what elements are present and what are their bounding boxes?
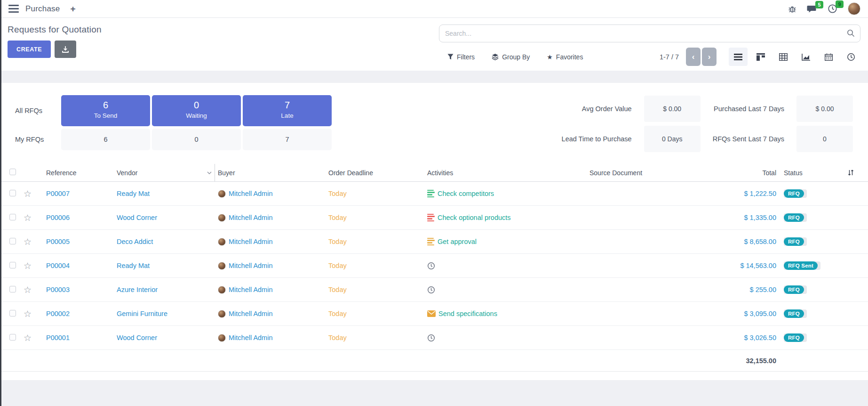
- create-button[interactable]: CREATE: [8, 41, 51, 58]
- purchased-last-7-days-label: Purchased Last 7 Days: [713, 105, 784, 113]
- tasks-icon: [427, 190, 435, 197]
- buyer-link[interactable]: Mitchell Admin: [229, 334, 272, 341]
- view-pivot-button[interactable]: [774, 48, 793, 66]
- schedule-activity-clock-icon[interactable]: [427, 262, 435, 270]
- reference-link[interactable]: P00001: [43, 334, 114, 341]
- row-total: $ 8,658.00: [708, 238, 781, 245]
- column-status[interactable]: Status: [781, 169, 844, 177]
- schedule-activity-clock-icon[interactable]: [427, 334, 435, 342]
- row-checkbox[interactable]: [9, 262, 16, 268]
- column-source-document[interactable]: Source Document: [587, 169, 708, 177]
- star-icon[interactable]: ☆: [24, 309, 32, 319]
- reference-link[interactable]: P00006: [43, 214, 114, 221]
- select-all-checkbox[interactable]: [9, 169, 16, 175]
- view-calendar-button[interactable]: [819, 48, 838, 66]
- envelope-icon: [427, 310, 436, 317]
- avg-order-value[interactable]: $ 0.00: [644, 96, 701, 122]
- buyer-link[interactable]: Mitchell Admin: [229, 214, 272, 221]
- all-rfqs-label: All RFQs: [0, 107, 61, 114]
- apps-menu-icon[interactable]: [8, 5, 19, 13]
- activity-link[interactable]: Get approval: [438, 238, 477, 245]
- tile-waiting[interactable]: 0 Waiting: [152, 95, 241, 126]
- row-checkbox[interactable]: [9, 238, 16, 244]
- buyer-link[interactable]: Mitchell Admin: [229, 190, 272, 197]
- view-kanban-button[interactable]: [751, 48, 770, 66]
- buyer-link[interactable]: Mitchell Admin: [229, 238, 272, 245]
- star-icon[interactable]: ☆: [24, 237, 32, 247]
- messages-icon[interactable]: 5: [807, 4, 817, 14]
- vendor-link[interactable]: Ready Mat: [114, 262, 215, 269]
- reference-link[interactable]: P00003: [43, 286, 114, 293]
- export-download-button[interactable]: [55, 41, 76, 58]
- buyer-link[interactable]: Mitchell Admin: [229, 310, 272, 317]
- reference-link[interactable]: P00007: [43, 190, 114, 197]
- view-list-button[interactable]: [729, 48, 748, 66]
- my-to-send-tile[interactable]: 6: [61, 129, 150, 150]
- my-late-tile[interactable]: 7: [243, 129, 332, 150]
- table-row[interactable]: ☆ P00003 Azure Interior Mitchell Admin T…: [0, 278, 868, 302]
- table-row[interactable]: ☆ P00004 Ready Mat Mitchell Admin Today …: [0, 254, 868, 278]
- group-by-button[interactable]: Group By: [492, 53, 530, 61]
- vendor-link[interactable]: Deco Addict: [114, 238, 215, 245]
- star-icon[interactable]: ☆: [24, 189, 32, 199]
- activity-link[interactable]: Check competitors: [438, 190, 494, 197]
- row-checkbox[interactable]: [9, 286, 16, 292]
- table-row[interactable]: ☆ P00007 Ready Mat Mitchell Admin Today …: [0, 182, 868, 206]
- vendor-link[interactable]: Wood Corner: [114, 214, 215, 221]
- star-icon[interactable]: ☆: [24, 213, 32, 223]
- reference-link[interactable]: P00005: [43, 238, 114, 245]
- app-title[interactable]: Purchase: [25, 4, 60, 14]
- user-avatar[interactable]: [848, 2, 860, 15]
- schedule-activity-clock-icon[interactable]: [427, 286, 435, 294]
- tile-late[interactable]: 7 Late: [243, 95, 332, 126]
- row-checkbox[interactable]: [9, 214, 16, 220]
- pager-next-button[interactable]: ›: [702, 48, 717, 66]
- activity-link[interactable]: Check optional products: [438, 214, 511, 221]
- star-icon[interactable]: ☆: [24, 333, 32, 343]
- my-waiting-tile[interactable]: 0: [152, 129, 241, 150]
- debug-bug-icon[interactable]: [788, 5, 796, 13]
- pager-previous-button[interactable]: ‹: [686, 48, 701, 66]
- column-reference[interactable]: Reference: [43, 169, 114, 177]
- vendor-link[interactable]: Gemini Furniture: [114, 310, 215, 317]
- table-row[interactable]: ☆ P00001 Wood Corner Mitchell Admin Toda…: [0, 326, 868, 350]
- buyer-link[interactable]: Mitchell Admin: [229, 286, 272, 293]
- table-row[interactable]: ☆ P00002 Gemini Furniture Mitchell Admin…: [0, 302, 868, 326]
- view-activity-button[interactable]: [842, 48, 860, 66]
- vendor-link[interactable]: Ready Mat: [114, 190, 215, 197]
- star-icon[interactable]: ☆: [24, 261, 32, 271]
- table-row[interactable]: ☆ P00006 Wood Corner Mitchell Admin Toda…: [0, 206, 868, 230]
- waiting-label: Waiting: [152, 112, 241, 119]
- optional-columns-button[interactable]: [844, 169, 868, 176]
- rfqs-sent-last-7-days[interactable]: 0: [796, 126, 853, 152]
- row-checkbox[interactable]: [9, 310, 16, 317]
- vendor-link[interactable]: Azure Interior: [114, 286, 215, 293]
- filters-button[interactable]: Filters: [447, 53, 475, 61]
- view-graph-button[interactable]: [796, 48, 815, 66]
- favorites-button[interactable]: ★ Favorites: [547, 53, 583, 61]
- column-total[interactable]: Total: [708, 169, 781, 177]
- top-navbar: Purchase + 5 9: [0, 0, 868, 18]
- row-checkbox[interactable]: [9, 190, 16, 196]
- vendor-link[interactable]: Wood Corner: [114, 334, 215, 341]
- tile-to-send[interactable]: 6 To Send: [61, 95, 150, 126]
- purchased-last-7-days[interactable]: $ 0.00: [796, 96, 853, 122]
- reference-link[interactable]: P00004: [43, 262, 114, 269]
- table-row[interactable]: ☆ P00005 Deco Addict Mitchell Admin Toda…: [0, 230, 868, 254]
- activity-link[interactable]: Send specifications: [438, 310, 497, 317]
- search-input[interactable]: [439, 24, 860, 42]
- column-vendor[interactable]: Vendor: [114, 164, 215, 181]
- reference-link[interactable]: P00002: [43, 310, 114, 317]
- search-icon[interactable]: [847, 29, 855, 37]
- plus-icon[interactable]: +: [70, 4, 75, 13]
- activities-clock-icon[interactable]: 9: [828, 4, 837, 14]
- row-checkbox[interactable]: [9, 334, 16, 341]
- status-badge: RFQ: [784, 189, 807, 198]
- star-icon[interactable]: ☆: [24, 285, 32, 295]
- column-order-deadline[interactable]: Order Deadline: [326, 169, 424, 177]
- row-total: $ 14,563.00: [708, 262, 781, 269]
- lead-time-value[interactable]: 0 Days: [644, 126, 701, 152]
- column-buyer[interactable]: Buyer: [215, 169, 326, 177]
- buyer-link[interactable]: Mitchell Admin: [229, 262, 272, 269]
- download-icon: [62, 46, 69, 53]
